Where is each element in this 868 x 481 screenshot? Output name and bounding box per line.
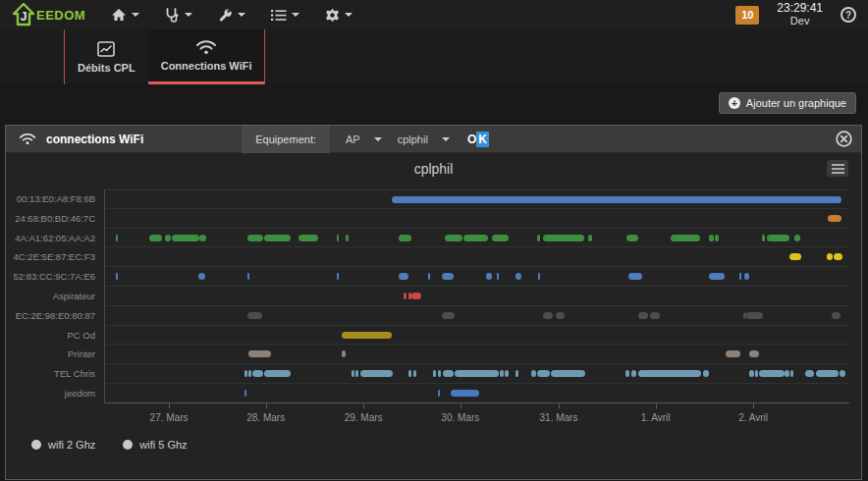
timeline-segment bbox=[445, 235, 462, 241]
timeline-segment bbox=[709, 273, 724, 280]
legend-item[interactable]: wifi 2 Ghz bbox=[31, 439, 95, 451]
timeline-segment bbox=[805, 370, 815, 377]
close-icon[interactable] bbox=[836, 131, 852, 147]
chart-menu-icon[interactable] bbox=[827, 160, 848, 177]
timeline-segment bbox=[551, 370, 585, 377]
row-track bbox=[104, 306, 849, 326]
list-icon bbox=[271, 9, 287, 22]
row-label: EC:2E:98:E0:80:87 bbox=[6, 306, 104, 326]
timeline-segment bbox=[486, 273, 492, 280]
chart-legend: wifi 2 Ghzwifi 5 Ghz bbox=[31, 439, 188, 451]
menu-home[interactable] bbox=[111, 8, 139, 22]
tab-debits-cpl[interactable]: Débits CPL bbox=[65, 29, 148, 84]
ap-select-value: AP bbox=[346, 134, 360, 145]
timeline-segment bbox=[767, 235, 789, 241]
timeline-segment bbox=[744, 273, 749, 280]
timeline-segment bbox=[709, 235, 714, 241]
x-axis-tick bbox=[559, 403, 560, 408]
chevron-down-icon bbox=[132, 13, 139, 17]
device-select[interactable]: cplphil bbox=[398, 134, 450, 145]
timeline-chart: cplphil 00:13:E0:A8:F8:6B24:68:B0:BD:46:… bbox=[6, 153, 861, 479]
panel-title: connections WiFi bbox=[46, 133, 143, 146]
timeline-segment bbox=[360, 370, 393, 377]
timeline-segment bbox=[442, 273, 454, 280]
timeline-segment bbox=[438, 370, 441, 377]
row-track bbox=[104, 345, 849, 364]
chevron-down-icon bbox=[442, 137, 450, 141]
notification-badge[interactable]: 10 bbox=[735, 6, 759, 25]
ok-text-selected: K bbox=[476, 132, 489, 147]
timeline-segment bbox=[531, 370, 536, 377]
chevron-down-icon bbox=[185, 13, 192, 17]
legend-label: wifi 5 Ghz bbox=[139, 439, 187, 451]
legend-marker-icon bbox=[123, 440, 133, 450]
timeline-segment bbox=[543, 235, 584, 241]
timeline-segment bbox=[816, 370, 839, 377]
menu-tools[interactable] bbox=[218, 8, 245, 23]
timeline-segment bbox=[346, 235, 349, 241]
jeedom-logo[interactable]: J EEDOM bbox=[12, 3, 85, 27]
timeline-segment bbox=[408, 370, 411, 377]
timeline-segment bbox=[755, 370, 757, 377]
row-label: 4C:2E:5E:87:EC:F3 bbox=[6, 247, 104, 267]
tab-label: Connections WiFi bbox=[161, 60, 252, 72]
legend-item[interactable]: wifi 5 Ghz bbox=[123, 439, 187, 451]
menu-settings[interactable] bbox=[325, 8, 353, 23]
row-label: TEL Chris bbox=[6, 364, 104, 384]
timeline-segment bbox=[650, 312, 660, 319]
row-track bbox=[104, 384, 849, 403]
add-graph-button[interactable]: + Ajouter un graphique bbox=[719, 92, 856, 114]
timeline-segment bbox=[247, 312, 262, 319]
timeline-segment bbox=[433, 370, 437, 377]
timeline-row: Aspirateur bbox=[6, 287, 849, 306]
row-track bbox=[104, 209, 849, 229]
menu-list[interactable] bbox=[271, 9, 299, 22]
ap-select[interactable]: AP bbox=[346, 134, 382, 145]
timeline-segment bbox=[298, 235, 318, 241]
equipment-label: Equipement: bbox=[242, 126, 330, 153]
legend-label: wifi 2 Ghz bbox=[48, 439, 95, 451]
timeline-segment bbox=[631, 370, 636, 377]
timeline-segment bbox=[505, 370, 509, 377]
line-chart-icon bbox=[97, 41, 115, 57]
timeline-segment bbox=[828, 215, 841, 222]
timeline-row: TEL Chris bbox=[6, 364, 849, 384]
navbar-right: 10 23:29:41 Dev ? bbox=[735, 2, 856, 27]
row-label: jeedom bbox=[6, 384, 104, 403]
svg-text:J: J bbox=[21, 10, 27, 24]
timeline-segment bbox=[497, 273, 499, 280]
timeline-segment bbox=[739, 273, 741, 280]
timeline-segment bbox=[198, 273, 205, 280]
clock: 23:29:41 Dev bbox=[777, 2, 823, 27]
wifi-connections-panel: connections WiFi Equipement: AP cplphil … bbox=[5, 125, 862, 480]
chart-title: cplphil bbox=[6, 161, 861, 177]
timeline-segment bbox=[715, 235, 720, 241]
plus-circle-icon: + bbox=[729, 97, 740, 109]
timeline-row: jeedom bbox=[6, 384, 849, 403]
timeline-segment bbox=[337, 273, 339, 280]
timeline-segment bbox=[413, 370, 416, 377]
row-label: 24:68:B0:BD:46:7C bbox=[6, 209, 104, 229]
timeline-segment bbox=[556, 312, 566, 319]
timeline-segment bbox=[638, 370, 701, 377]
row-label: PC Od bbox=[6, 326, 104, 346]
x-axis-label: 2. Avril bbox=[738, 412, 768, 423]
tab-connections-wifi[interactable]: Connections WiFi bbox=[148, 29, 265, 84]
timeline-segment bbox=[746, 312, 763, 319]
ok-button[interactable]: OK bbox=[465, 131, 491, 148]
menu-health[interactable] bbox=[165, 8, 192, 23]
timeline-segment bbox=[500, 370, 504, 377]
timeline-row: PC Od bbox=[6, 326, 849, 346]
wifi-icon bbox=[19, 133, 36, 145]
timeline-segment bbox=[264, 370, 291, 377]
timeline-row: 4A:A1:62:05:AA:A2 bbox=[6, 229, 849, 248]
timeline-segment bbox=[247, 235, 264, 241]
row-track bbox=[104, 229, 849, 248]
chevron-down-icon bbox=[292, 13, 299, 17]
timeline-segment bbox=[785, 370, 789, 377]
timeline-row: EC:2E:98:E0:80:87 bbox=[6, 306, 849, 326]
add-graph-label: Ajouter un graphique bbox=[746, 97, 846, 109]
timeline-segment bbox=[252, 370, 263, 377]
help-icon[interactable]: ? bbox=[841, 7, 856, 23]
row-label: Printer bbox=[6, 345, 104, 364]
